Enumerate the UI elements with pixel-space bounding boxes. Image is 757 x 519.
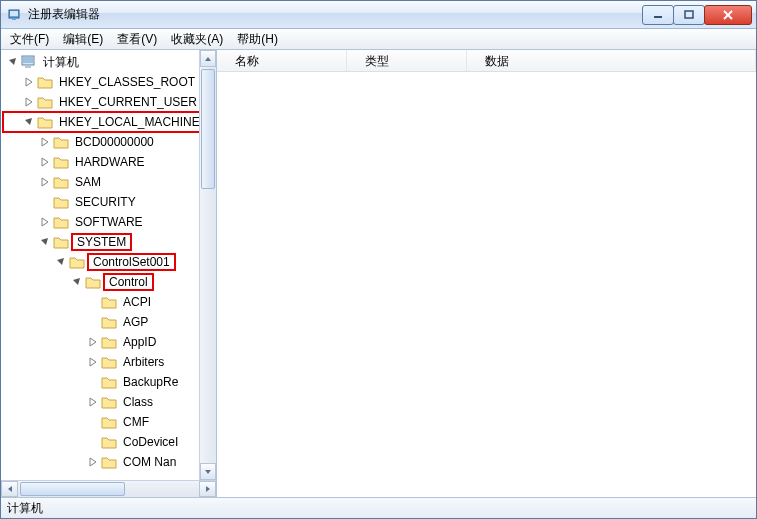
tree-label: HKEY_CLASSES_ROOT: [57, 75, 197, 89]
tree-cmf[interactable]: CMF: [3, 412, 216, 432]
maximize-button[interactable]: [673, 5, 705, 25]
tree-label: AppID: [121, 335, 158, 349]
scroll-down-button[interactable]: [200, 463, 216, 480]
expander-spacer: [87, 376, 99, 388]
menu-edit[interactable]: 编辑(E): [56, 29, 110, 50]
expander-collapsed-icon[interactable]: [39, 176, 51, 188]
folder-icon: [101, 335, 117, 349]
expander-expanded-icon[interactable]: [23, 116, 35, 128]
registry-tree[interactable]: 计算机 HKEY_CLASSES_ROOT HKEY_CURRENT_USER …: [1, 50, 216, 480]
tree-label: HKEY_CURRENT_USER: [57, 95, 199, 109]
expander-spacer: [87, 416, 99, 428]
expander-collapsed-icon[interactable]: [23, 96, 35, 108]
scroll-thumb[interactable]: [201, 69, 215, 189]
folder-icon: [101, 375, 117, 389]
expander-expanded-icon[interactable]: [7, 56, 19, 68]
column-header-name[interactable]: 名称: [217, 50, 347, 71]
tree-label: Arbiters: [121, 355, 166, 369]
expander-spacer: [39, 196, 51, 208]
computer-icon: [21, 55, 37, 69]
tree-label: CoDeviceI: [121, 435, 180, 449]
tree-label: Control: [105, 275, 152, 289]
tree-vertical-scrollbar[interactable]: [199, 50, 216, 480]
scroll-track[interactable]: [200, 67, 216, 463]
expander-expanded-icon[interactable]: [55, 256, 67, 268]
tree-root[interactable]: 计算机: [3, 52, 216, 72]
titlebar: 注册表编辑器: [1, 1, 756, 29]
client-area: 计算机 HKEY_CLASSES_ROOT HKEY_CURRENT_USER …: [1, 50, 756, 497]
svg-rect-8: [23, 57, 33, 63]
scroll-track[interactable]: [18, 481, 199, 497]
tree-hkcu[interactable]: HKEY_CURRENT_USER: [3, 92, 216, 112]
tree-arbiters[interactable]: Arbiters: [3, 352, 216, 372]
tree-system[interactable]: SYSTEM: [3, 232, 216, 252]
tree-control[interactable]: Control: [3, 272, 216, 292]
tree-agp[interactable]: AGP: [3, 312, 216, 332]
folder-icon: [69, 255, 85, 269]
tree-label: SECURITY: [73, 195, 138, 209]
svg-rect-4: [685, 11, 693, 18]
menu-file[interactable]: 文件(F): [3, 29, 56, 50]
scroll-right-button[interactable]: [199, 481, 216, 497]
list-body[interactable]: [217, 72, 756, 497]
tree-pane: 计算机 HKEY_CLASSES_ROOT HKEY_CURRENT_USER …: [1, 50, 217, 497]
expander-collapsed-icon[interactable]: [39, 136, 51, 148]
status-path: 计算机: [7, 501, 43, 515]
folder-icon: [101, 315, 117, 329]
tree-acpi[interactable]: ACPI: [3, 292, 216, 312]
list-pane: 名称 类型 数据: [217, 50, 756, 497]
expander-spacer: [87, 316, 99, 328]
window-title: 注册表编辑器: [28, 6, 643, 23]
svg-rect-9: [25, 66, 31, 68]
scroll-thumb[interactable]: [20, 482, 125, 496]
folder-icon: [37, 95, 53, 109]
tree-label: Class: [121, 395, 155, 409]
statusbar: 计算机: [1, 497, 756, 518]
tree-class[interactable]: Class: [3, 392, 216, 412]
tree-security[interactable]: SECURITY: [3, 192, 216, 212]
expander-expanded-icon[interactable]: [71, 276, 83, 288]
column-header-data[interactable]: 数据: [467, 50, 756, 71]
tree-cs001[interactable]: ControlSet001: [3, 252, 216, 272]
tree-label: 计算机: [41, 54, 81, 71]
tree-hardware[interactable]: HARDWARE: [3, 152, 216, 172]
expander-collapsed-icon[interactable]: [87, 456, 99, 468]
minimize-button[interactable]: [642, 5, 674, 25]
folder-icon: [101, 455, 117, 469]
column-header-type[interactable]: 类型: [347, 50, 467, 71]
expander-collapsed-icon[interactable]: [23, 76, 35, 88]
tree-label: CMF: [121, 415, 151, 429]
tree-software[interactable]: SOFTWARE: [3, 212, 216, 232]
tree-comnan[interactable]: COM Nan: [3, 452, 216, 472]
folder-icon: [53, 175, 69, 189]
folder-icon: [53, 195, 69, 209]
tree-hkcr[interactable]: HKEY_CLASSES_ROOT: [3, 72, 216, 92]
tree-label: SAM: [73, 175, 103, 189]
tree-label: BCD00000000: [73, 135, 156, 149]
expander-expanded-icon[interactable]: [39, 236, 51, 248]
tree-label: COM Nan: [121, 455, 178, 469]
scroll-left-button[interactable]: [1, 481, 18, 497]
menubar: 文件(F) 编辑(E) 查看(V) 收藏夹(A) 帮助(H): [1, 29, 756, 50]
tree-sam[interactable]: SAM: [3, 172, 216, 192]
menu-favorites[interactable]: 收藏夹(A): [164, 29, 230, 50]
tree-hklm[interactable]: HKEY_LOCAL_MACHINE: [3, 112, 216, 132]
scroll-up-button[interactable]: [200, 50, 216, 67]
tree-bcd[interactable]: BCD00000000: [3, 132, 216, 152]
tree-backupre[interactable]: BackupRe: [3, 372, 216, 392]
expander-collapsed-icon[interactable]: [87, 396, 99, 408]
menu-view[interactable]: 查看(V): [110, 29, 164, 50]
expander-collapsed-icon[interactable]: [39, 216, 51, 228]
expander-collapsed-icon[interactable]: [87, 336, 99, 348]
tree-appid[interactable]: AppID: [3, 332, 216, 352]
list-header: 名称 类型 数据: [217, 50, 756, 72]
close-button[interactable]: [704, 5, 752, 25]
tree-codevicei[interactable]: CoDeviceI: [3, 432, 216, 452]
expander-spacer: [87, 436, 99, 448]
tree-label: HARDWARE: [73, 155, 147, 169]
menu-help[interactable]: 帮助(H): [230, 29, 285, 50]
expander-collapsed-icon[interactable]: [87, 356, 99, 368]
expander-collapsed-icon[interactable]: [39, 156, 51, 168]
tree-label: SOFTWARE: [73, 215, 145, 229]
tree-horizontal-scrollbar[interactable]: [1, 480, 216, 497]
